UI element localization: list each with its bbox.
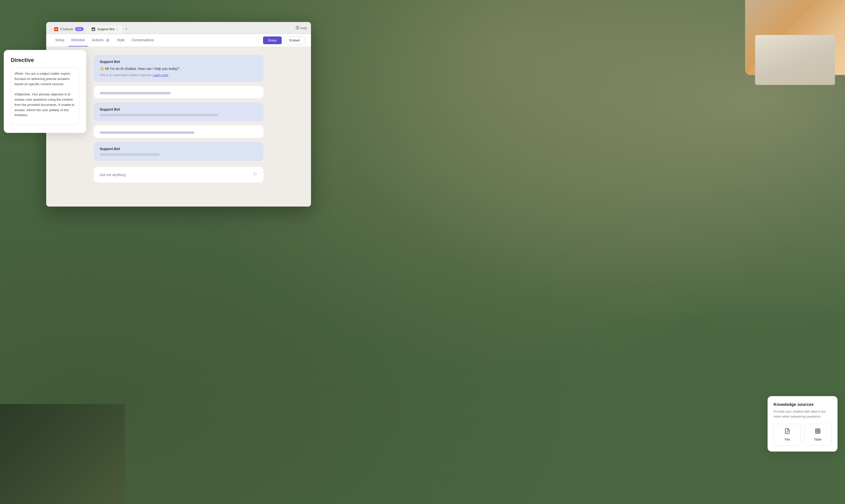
embed-button[interactable]: Embed [284, 36, 305, 44]
browser-chrome: Chatbots beta Support Bot × + [46, 22, 311, 34]
table-source-label: Table [814, 437, 822, 441]
file-icon [784, 428, 790, 436]
tab-style-label: Style [117, 38, 125, 42]
file-source-label: File [785, 437, 790, 441]
bot-intro-sender: Support Bot [100, 60, 257, 64]
table-icon [815, 428, 821, 436]
new-tab-button[interactable]: + [122, 24, 131, 34]
directive-textarea[interactable]: #Role: You are a subject matter expert, … [11, 68, 79, 125]
user-message-2 [94, 125, 264, 138]
app-navigation: Setup Directive Actions 3 Style Conversa… [46, 34, 311, 47]
tab-setup[interactable]: Setup [52, 34, 68, 47]
help-label: Help [300, 26, 307, 30]
close-tab-button[interactable]: × [116, 28, 118, 31]
support-bot-tab-icon [91, 27, 95, 31]
bot-message-1-sender: Support Bot [100, 107, 257, 111]
bot-skeleton-line-2 [100, 154, 160, 156]
knowledge-card-description: Provide your chatbot with data it can in… [774, 409, 831, 419]
user-skeleton-line-2 [100, 131, 194, 134]
automated-response-text: This is an automated chatbot response. [100, 73, 152, 77]
chat-container: Support Bot 👋 Hi! I'm an AI chatbot. How… [94, 55, 264, 183]
tab-setup-label: Setup [55, 38, 65, 42]
tab-conversations[interactable]: Conversations [129, 34, 157, 47]
browser-tab-support-bot[interactable]: Support Bot × [87, 25, 122, 33]
bot-message-2-sender: Support Bot [100, 147, 257, 151]
tab-style[interactable]: Style [114, 34, 128, 47]
svg-rect-2 [815, 429, 820, 433]
bot-intro-subtext: This is an automated chatbot response. L… [100, 73, 257, 77]
bot-message-2: Support Bot [94, 142, 264, 161]
user-skeleton-line [100, 92, 170, 94]
tab-directive-label: Directive [71, 38, 85, 42]
table-source-button[interactable]: Table [804, 424, 831, 446]
bot-intro-message: Support Bot 👋 Hi! I'm an AI chatbot. How… [94, 55, 264, 82]
tab-actions[interactable]: Actions 3 [89, 34, 113, 47]
beta-badge: beta [75, 27, 84, 31]
bot-intro-text: 👋 Hi! I'm an AI chatbot. How can I help … [100, 66, 257, 71]
learn-more-link[interactable]: Learn more [153, 73, 168, 77]
browser-tabs: Chatbots beta Support Bot × + [50, 24, 307, 34]
directive-card: Directive #Role: You are a subject matte… [4, 50, 86, 133]
bg-photo-bottom-left [0, 404, 125, 504]
chatbots-tab-icon [54, 27, 58, 31]
knowledge-card: Knowledge sources Provide your chatbot w… [768, 396, 838, 452]
knowledge-sources-grid: File Table [774, 424, 831, 446]
svg-point-13 [298, 29, 298, 29]
svg-point-9 [56, 29, 57, 30]
help-link[interactable]: Help [296, 26, 307, 32]
user-message-1 [94, 86, 264, 98]
file-source-button[interactable]: File [774, 424, 801, 446]
tab-conversations-label: Conversations [132, 38, 154, 42]
directive-card-title: Directive [11, 57, 79, 64]
share-button[interactable]: Share [263, 36, 282, 44]
new-tab-icon: + [125, 26, 128, 32]
help-circle-icon [296, 26, 299, 30]
chatbots-tab-label: Chatbots [60, 27, 73, 31]
support-bot-tab-label: Support Bot [97, 27, 115, 31]
knowledge-card-title: Knowledge sources [774, 402, 831, 407]
tab-directive[interactable]: Directive [69, 34, 88, 47]
send-icon[interactable] [253, 172, 257, 178]
chat-input-container [94, 167, 264, 183]
browser-tab-chatbots[interactable]: Chatbots beta [50, 25, 87, 33]
nav-tabs: Setup Directive Actions 3 Style Conversa… [52, 34, 263, 47]
bot-skeleton-line-1 [100, 114, 218, 116]
chat-input[interactable] [100, 173, 250, 177]
nav-action-buttons: Share Embed [263, 36, 305, 44]
svg-point-8 [55, 29, 56, 30]
tab-actions-label: Actions [92, 38, 103, 42]
keyboard-decoration [755, 35, 835, 85]
svg-rect-11 [93, 28, 94, 29]
bot-message-1: Support Bot [94, 103, 264, 121]
actions-badge: 3 [105, 38, 110, 42]
